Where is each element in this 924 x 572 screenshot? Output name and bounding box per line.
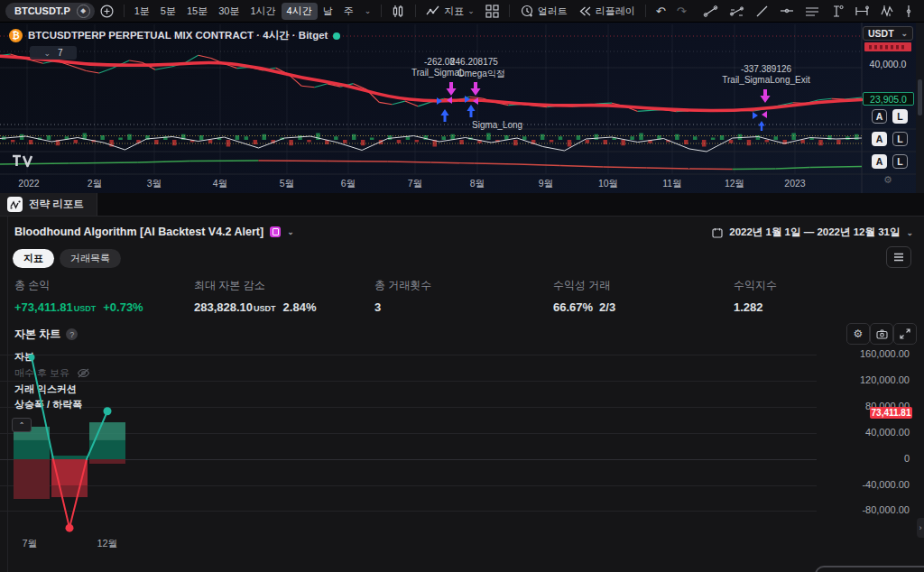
date-range-picker[interactable]: 2022년 1월 1일 — 2022년 12월 31일 ⌄ (712, 226, 913, 239)
stat-4: 수익성 거래66.67%2/3 (553, 278, 615, 314)
exit-arrow-down-icon[interactable] (470, 82, 481, 97)
price-chart-canvas[interactable] (0, 23, 924, 193)
panel-collapse-handle[interactable]: › (917, 518, 924, 538)
camera-icon (876, 329, 888, 339)
exit-arrow-down-icon[interactable] (446, 82, 457, 97)
timeframe-1분[interactable]: 1분 (129, 3, 155, 20)
chart-legend-header[interactable]: ₿ BTCUSDTPERP PERPETUAL MIX CONTRACT · 4… (9, 29, 340, 42)
exit-triangle-left-icon[interactable] (447, 97, 452, 104)
info-line-tool[interactable] (724, 3, 750, 20)
toolbar-separator (415, 5, 416, 17)
auto-scale-button-pane2[interactable]: A (872, 132, 887, 146)
chevron-up-icon: ⌃ (19, 421, 25, 429)
layout-grid-button[interactable] (480, 3, 504, 20)
exit-triangle-left-icon[interactable] (473, 97, 478, 105)
auto-scale-button-pane1[interactable]: A (872, 109, 887, 124)
currency-label: USDT (868, 28, 894, 39)
stat-value: 66.67%2/3 (553, 300, 615, 314)
equity-chart-canvas[interactable] (0, 347, 924, 555)
currency-dropdown[interactable]: USDT ⌄ (863, 26, 913, 41)
timeframe-1시간[interactable]: 1시간 (245, 3, 281, 20)
chart-collapse-button[interactable]: ⌃ (12, 418, 32, 432)
stat-label: 최대 자본 감소 (194, 278, 316, 293)
undo-button[interactable]: ↶ (651, 4, 671, 19)
time-axis-label: 12월 (725, 178, 744, 190)
stat-value: +73,411.81USDT+0.73% (14, 300, 143, 314)
tab-label: 전략 리포트 (29, 198, 84, 211)
trend-line-tool[interactable] (698, 3, 724, 20)
time-axis-label: 6월 (341, 178, 356, 190)
timeframe-4시간[interactable]: 4시간 (282, 3, 318, 20)
market-status-dot[interactable] (333, 32, 340, 40)
log-scale-button-pane2[interactable]: L (892, 132, 908, 146)
alert-button[interactable]: 얼러트 (514, 2, 573, 20)
entry-arrow-up-icon[interactable] (440, 109, 449, 122)
price-scale-settings-icon[interactable]: ⚙ (883, 174, 892, 186)
stat-label: 수익지수 (734, 278, 777, 293)
chevron-down-icon: ⌄ (43, 49, 51, 58)
long-position-tool[interactable] (825, 3, 849, 20)
stat-value: 3 (374, 300, 431, 314)
redo-button[interactable]: ↷ (671, 4, 692, 19)
entry-triangle-right-icon[interactable] (437, 97, 442, 105)
stat-label: 총 손익 (14, 278, 143, 293)
toolbar-separator (381, 5, 382, 17)
help-icon[interactable]: ? (66, 328, 78, 340)
trade-label-value: -337.389126 (741, 64, 791, 74)
top-toolbar: BTCUSDT.P ◆ 1분5분15분30분1시간4시간날주 ⌄ 지표 ⌄ 얼러… (0, 0, 924, 23)
indicators-icon (426, 5, 440, 17)
equity-settings-button[interactable]: ⚙ (846, 323, 870, 345)
timeframe-30분[interactable]: 30분 (213, 3, 245, 20)
tab-overview[interactable]: 지표 (13, 249, 54, 268)
exit-triangle-left-icon[interactable] (762, 111, 767, 118)
tab-trade-list[interactable]: 거래목록 (60, 249, 121, 268)
timeframe-more-button[interactable]: ⌄ (359, 5, 377, 17)
price-scale-scrollbar[interactable] (916, 23, 924, 193)
report-layout-button[interactable] (886, 246, 911, 268)
horizontal-line-tool[interactable] (774, 5, 799, 17)
hidden-indicator-count: 7 (58, 48, 63, 58)
section-title: 자본 차트 (14, 327, 60, 342)
scrollbar-handle[interactable] (918, 79, 922, 115)
replay-button[interactable]: 리플레이 (573, 3, 641, 20)
strategy-badge-icon (270, 226, 281, 237)
exit-arrow-down-icon[interactable] (760, 89, 771, 104)
compare-add-button[interactable] (95, 3, 119, 20)
price-axis-label: 40,000.0 (863, 59, 913, 69)
timeframe-날[interactable]: 날 (318, 3, 338, 20)
chevron-down-icon: ⌄ (901, 29, 908, 38)
timeframe-주[interactable]: 주 (338, 3, 359, 20)
stat-2: 최대 자본 감소283,828.10USDT2.84% (194, 278, 316, 314)
entry-arrow-up-icon[interactable] (758, 121, 765, 131)
parallel-channel-tool[interactable] (799, 4, 825, 19)
alert-clock-icon (520, 4, 534, 18)
equity-screenshot-button[interactable] (870, 323, 893, 345)
tab-strategy-report[interactable]: 전략 리포트 (0, 193, 97, 216)
chart-style-button[interactable] (386, 3, 411, 20)
signal-label: Sigma_Long (472, 120, 522, 130)
indicators-button[interactable]: 지표 ⌄ (420, 3, 480, 20)
timeframe-15분[interactable]: 15분 (181, 3, 213, 20)
legend-collapse-chip[interactable]: ⌄ 7 (30, 46, 77, 60)
chart-area[interactable]: ₿ BTCUSDTPERP PERPETUAL MIX CONTRACT · 4… (0, 23, 924, 193)
bottom-partial-button[interactable] (815, 566, 924, 572)
stat-label: 총 거래횟수 (374, 278, 431, 293)
stat-value: 283,828.10USDT2.84% (194, 300, 316, 314)
date-range-tool[interactable] (849, 4, 874, 19)
ray-tool[interactable] (750, 3, 774, 20)
pattern-tool[interactable] (874, 3, 900, 19)
vertical-line-tool[interactable] (900, 3, 918, 20)
symbol-switcher[interactable]: BTCUSDT.P ◆ (5, 3, 95, 20)
alert-label: 얼러트 (538, 5, 568, 18)
timeframe-5분[interactable]: 5분 (155, 3, 181, 20)
entry-triangle-right-icon[interactable] (465, 96, 470, 103)
strategy-selector[interactable]: Bloodhound Algorithm [AI Backtest V4.2 A… (14, 226, 294, 238)
tradingview-logo-icon (11, 153, 36, 169)
log-scale-button-pane1[interactable]: L (892, 109, 908, 124)
equity-expand-button[interactable] (893, 323, 917, 345)
log-scale-button-pane3[interactable]: L (892, 154, 908, 169)
entry-triangle-right-icon[interactable] (753, 112, 758, 119)
auto-scale-button-pane3[interactable]: A (872, 154, 887, 169)
time-axis-label: 4월 (213, 178, 227, 190)
entry-arrow-up-icon[interactable] (467, 105, 476, 117)
